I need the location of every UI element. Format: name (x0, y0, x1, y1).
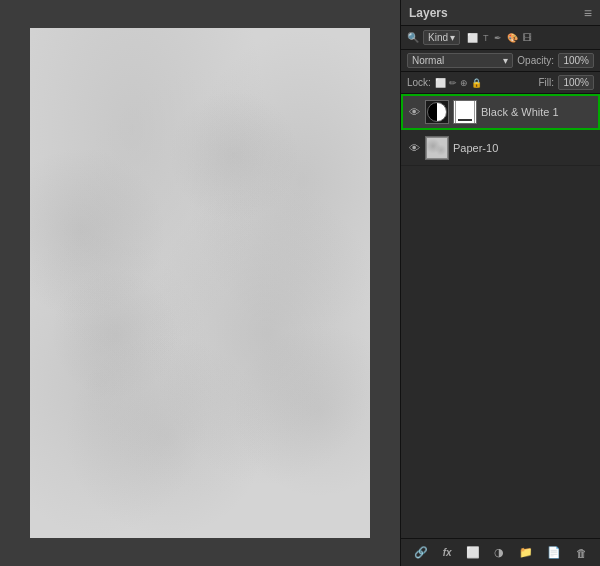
new-layer-icon[interactable]: 📄 (544, 544, 564, 561)
layer-row[interactable]: 👁 Paper-10 (401, 130, 600, 166)
blend-chevron-icon: ▾ (503, 55, 508, 66)
layer-name: Black & White 1 (481, 106, 594, 118)
fx-icon[interactable]: fx (440, 545, 455, 560)
blend-mode-value: Normal (412, 55, 444, 66)
link-layers-icon[interactable]: 🔗 (411, 544, 431, 561)
fill-value[interactable]: 100% (558, 75, 594, 90)
layers-panel: Layers ≡ 🔍 Kind ▾ ⬜ T ✒ 🎨 🎞 Normal ▾ Opa… (400, 0, 600, 566)
layer-thumbnail-raster (425, 136, 449, 160)
lock-position-icon[interactable]: ✏ (449, 78, 457, 88)
adjustment-layer-icon[interactable]: ◑ (491, 544, 507, 561)
panel-header: Layers ≡ (401, 0, 600, 26)
search-icon: 🔍 (407, 32, 419, 43)
lock-icons-group: ⬜ ✏ ⊕ 🔒 (435, 78, 535, 88)
layers-toolbar: 🔗 fx ⬜ ◑ 📁 📄 🗑 (401, 538, 600, 566)
layer-thumbnail-mask (453, 100, 477, 124)
layer-row[interactable]: 👁 Black & White 1 (401, 94, 600, 130)
lock-all-icon[interactable]: 🔒 (471, 78, 482, 88)
canvas-paper (30, 28, 370, 538)
search-kind-dropdown[interactable]: Kind ▾ (423, 30, 460, 45)
fill-label: Fill: (538, 77, 554, 88)
add-mask-icon[interactable]: ⬜ (463, 544, 483, 561)
panel-menu-icon[interactable]: ≡ (584, 6, 592, 20)
filter-shape-icon[interactable]: ✒ (493, 32, 503, 44)
filter-type-icon[interactable]: T (482, 32, 490, 44)
canvas-area (0, 0, 400, 566)
bw-adjustment-icon (427, 102, 447, 122)
filter-video-icon[interactable]: 🎞 (522, 32, 533, 44)
layer-thumbnail-paper-image (426, 137, 448, 159)
layer-name: Paper-10 (453, 142, 594, 154)
lock-label: Lock: (407, 77, 431, 88)
blend-mode-dropdown[interactable]: Normal ▾ (407, 53, 513, 68)
search-filter-icons: ⬜ T ✒ 🎨 🎞 (466, 32, 533, 44)
group-layers-icon[interactable]: 📁 (516, 544, 536, 561)
layer-visibility-toggle[interactable]: 👁 (407, 142, 421, 154)
opacity-value[interactable]: 100% (558, 53, 594, 68)
filter-smart-icon[interactable]: 🎨 (506, 32, 519, 44)
search-bar: 🔍 Kind ▾ ⬜ T ✒ 🎨 🎞 (401, 26, 600, 50)
delete-layer-icon[interactable]: 🗑 (573, 545, 590, 561)
layer-visibility-toggle[interactable]: 👁 (407, 106, 421, 118)
filter-pixel-icon[interactable]: ⬜ (466, 32, 479, 44)
layer-mask-inner (455, 100, 475, 124)
layers-list: 👁 Black & White 1 👁 Paper-10 (401, 94, 600, 538)
lock-artboard-icon[interactable]: ⊕ (460, 78, 468, 88)
layer-thumbnail-adjustment (425, 100, 449, 124)
panel-title: Layers (409, 6, 448, 20)
opacity-label: Opacity: (517, 55, 554, 66)
lock-pixels-icon[interactable]: ⬜ (435, 78, 446, 88)
lock-fill-row: Lock: ⬜ ✏ ⊕ 🔒 Fill: 100% (401, 72, 600, 94)
search-kind-label: Kind (428, 32, 448, 43)
blend-opacity-row: Normal ▾ Opacity: 100% (401, 50, 600, 72)
chevron-down-icon: ▾ (450, 32, 455, 43)
